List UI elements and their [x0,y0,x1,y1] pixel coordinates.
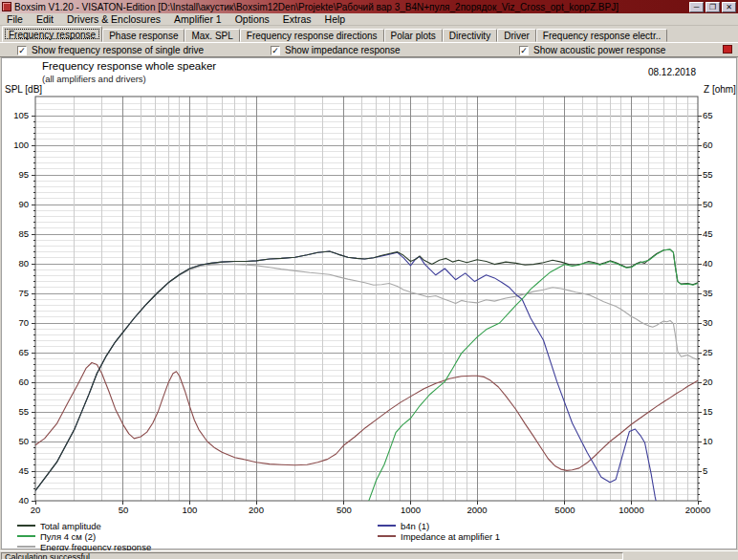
y-left-tick-label: 105 [13,110,29,120]
checkbox-box[interactable]: ✓ [519,46,529,55]
x-tick-label: 200 [249,505,264,515]
tabbar: Frequency responsePhase responseMax. SPL… [0,26,738,42]
x-tick-label: 50 [119,505,129,515]
menu-options[interactable]: Options [228,13,276,25]
frequency-response-chart: 4045505560657075808590951001055101520253… [2,58,738,549]
titlebar[interactable]: Boxsim V1.20 - VISATON-Edition [D:\Insta… [0,0,738,13]
y-left-tick-label: 80 [18,258,29,269]
y-left-tick-label: 45 [18,465,29,476]
checkbox-show-acoustic-power-response[interactable]: ✓Show acoustic power response [519,45,665,55]
curve-energy-frequency-response [35,265,698,491]
checkbox-label: Show frequency response of single drive [32,45,204,55]
menu-file[interactable]: File [0,13,30,25]
legend-label: Total amplitude [40,521,101,531]
chart-title: Frequency response whole speaker [42,60,216,72]
y-left-tick-label: 100 [13,140,29,150]
y-right-tick-label: 55 [703,169,713,180]
menu-extras[interactable]: Extras [276,13,318,25]
menu-edit[interactable]: Edit [30,13,60,25]
curve-impedance-at-amplifier-1 [35,363,698,471]
legend-swatch [17,546,35,548]
menubar: FileEditDrivers & EnclosuresAmplifier 1O… [0,13,738,26]
checkbox-show-impedance-response[interactable]: ✓Show impedance response [271,45,401,55]
app-icon[interactable] [2,2,11,11]
y-right-tick-label: 10 [703,436,713,446]
y-left-tick-label: 75 [18,288,29,298]
legend-item-impedance-at-amplifier-1: Impedance at amplifier 1 [378,531,500,541]
x-tick-label: 2000 [467,505,487,515]
checkbox-label: Show impedance response [285,45,401,55]
tab-frequency-response[interactable]: Frequency response [2,26,102,42]
options-panel: ✓Show frequency response of single drive… [0,42,738,57]
y-right-tick-label: 45 [703,228,713,239]
x-tick-label: 5000 [554,505,575,515]
y-left-tick-label: 90 [18,199,29,209]
legend-label: Пуля 4 см (2) [40,531,96,542]
y-left-tick-label: 95 [18,169,29,180]
x-tick-label: 20000 [685,505,710,515]
y-left-axis-caption: SPL [dB] [5,84,42,95]
window-title: Boxsim V1.20 - VISATON-Edition [D:\Insta… [14,2,619,12]
maximize-button[interactable]: ❐ [705,2,720,12]
panel-red-marker [723,45,732,54]
y-right-tick-label: 20 [703,377,713,387]
checkbox-box[interactable]: ✓ [17,46,27,55]
y-left-tick-label: 60 [18,377,29,387]
y-right-tick-label: 35 [703,288,713,298]
y-right-tick-label: 40 [703,258,713,269]
y-right-tick-label: 5 [703,465,707,476]
legend-item-b4n-1: b4n (1) [378,521,429,530]
y-left-tick-label: 55 [18,406,29,417]
window-controls: ─❐✕ [689,2,736,12]
chart-panel: 4045505560657075808590951001055101520253… [1,57,737,549]
close-button[interactable]: ✕ [722,2,736,12]
y-left-tick-label: 65 [18,347,29,357]
status-message: Calculation successful [1,552,623,560]
menu-amplifier-1[interactable]: Amplifier 1 [167,13,228,25]
y-right-axis-caption: Z [ohm] [704,84,736,95]
menu-help[interactable]: Help [318,13,353,25]
y-left-tick-label: 50 [18,436,29,446]
x-tick-label: 20 [31,505,41,515]
x-tick-label: 100 [183,505,198,515]
y-left-tick-label: 70 [18,317,29,328]
tab-frequency-response-directions[interactable]: Frequency response directions [240,29,384,42]
legend-label: b4n (1) [401,521,429,531]
minimize-button[interactable]: ─ [689,2,704,12]
tab-phase-response[interactable]: Phase response [102,29,184,42]
y-left-tick-label: 85 [18,228,29,239]
checkbox-show-frequency-response-of-single-drive[interactable]: ✓Show frequency response of single drive [17,45,204,55]
y-right-tick-label: 15 [703,406,713,417]
tab-max-spl[interactable]: Max. SPL [184,29,239,42]
chart-date: 08.12.2018 [648,67,696,77]
x-tick-label: 500 [336,505,352,515]
y-right-tick-label: 60 [703,140,713,150]
y-right-tick-label: 25 [703,347,713,357]
statusbar: Calculation successful [0,550,738,560]
legend-item-пуля-4-см-2: Пуля 4 см (2) [17,531,96,541]
tab-frequency-response-electr[interactable]: Frequency response electr.. [536,29,667,42]
tab-polar-plots[interactable]: Polar plots [384,29,443,42]
checkbox-label: Show acoustic power response [533,45,665,55]
legend-swatch [378,525,396,527]
legend-swatch [17,535,35,537]
legend-item-total-amplitude: Total amplitude [17,521,101,530]
checkbox-box[interactable]: ✓ [271,46,280,55]
x-tick-label: 10000 [619,505,643,515]
legend-label: Impedance at amplifier 1 [401,531,500,542]
y-right-tick-label: 65 [703,110,713,120]
tab-driver[interactable]: Driver [497,29,536,42]
chart-axis-labels: 4045505560657075808590951001055101520253… [13,110,712,515]
chart-gridlines [35,97,698,501]
tab-directivity[interactable]: Directivity [443,29,497,42]
menu-drivers-enclosures[interactable]: Drivers & Enclosures [60,13,167,25]
legend-swatch [378,535,396,537]
legend-swatch [17,525,35,527]
y-right-tick-label: 30 [703,317,713,328]
y-right-tick-label: 50 [703,199,713,209]
x-tick-label: 1000 [401,505,421,515]
y-left-tick-label: 40 [18,495,29,506]
chart-subtitle: (all amplifiers and drivers) [42,74,146,84]
